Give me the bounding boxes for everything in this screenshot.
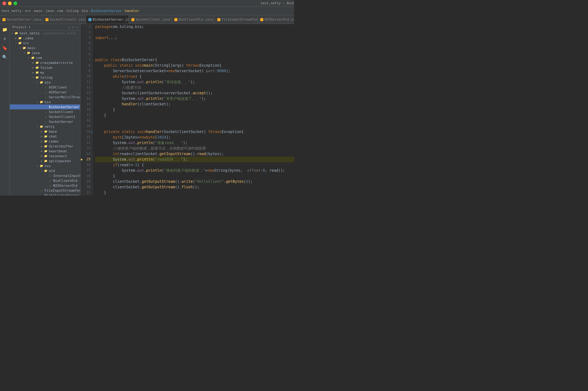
tree-crazymakercircle[interactable]: ▶ 📁 crazymakercircle: [10, 60, 80, 65]
bc-file[interactable]: BioSocketServer: [91, 9, 122, 13]
code-line-19: [95, 123, 294, 129]
code-line-4: [95, 41, 294, 46]
bc-method[interactable]: handler: [125, 9, 139, 13]
tree-my[interactable]: ▶ 📁 my: [10, 70, 80, 75]
tree-directbuffer[interactable]: ▶ 📁 directbuffer: [10, 144, 80, 149]
tree-aioserver[interactable]: ☕ AIOServer: [10, 90, 80, 95]
tree-nioclientold[interactable]: ☕ NioClientOld: [10, 178, 80, 183]
code-line-2: [95, 29, 294, 35]
code-line-30: clientSocket.getOutputStream().flush();: [95, 184, 294, 190]
title-bar: test_netty – BioSocketServer.java: [0, 0, 294, 7]
bookmarks-icon[interactable]: 🔖: [0, 44, 9, 52]
run-marker: @: [91, 129, 93, 135]
tree-idea[interactable]: ▶ 📁 .idea: [10, 36, 80, 41]
tree-codec[interactable]: ▶ 📁 codec: [10, 139, 80, 144]
find-icon[interactable]: 🔍: [0, 53, 9, 61]
tab-nioserverold[interactable]: NIOServerOld.java ×: [258, 15, 294, 24]
tree-aio[interactable]: ▾ 📁 aio: [10, 80, 80, 85]
code-line-24: int read = clientSocket.getInputStream()…: [95, 151, 294, 157]
code-line-13: Socket clientSocket = serverSocket.accep…: [95, 90, 294, 96]
code-line-17: }: [95, 112, 294, 118]
project-icon[interactable]: 📁: [0, 25, 9, 34]
top-toolbar: test_netty › src › main › java › com › t…: [0, 7, 294, 15]
tab-icon-active: [88, 18, 91, 21]
code-content[interactable]: package com.tuling.bio; import ...; publ…: [93, 24, 294, 196]
tab-icon: [131, 18, 134, 21]
maximize-button[interactable]: [13, 1, 17, 5]
tree-socketserver[interactable]: ☕ SocketServer: [10, 119, 80, 124]
window-controls[interactable]: [2, 1, 17, 5]
code-line-10: while (true) {: [95, 74, 294, 79]
editor-area: 1 2 3 4 5 6 7 8 9 10 11 12 13 14 15 16 1…: [80, 24, 294, 196]
tree-tuling[interactable]: ▾ 📁 tuling: [10, 75, 80, 80]
tree-java[interactable]: ▾ 📁 java: [10, 50, 80, 55]
code-line-28: }: [95, 173, 294, 179]
code-line-3: import ...;: [95, 35, 294, 41]
bc-tuling[interactable]: tuling: [66, 9, 78, 13]
project-label: Project ▾: [12, 25, 31, 29]
code-line-16: }: [95, 107, 294, 112]
bc-src[interactable]: src: [25, 9, 31, 13]
bc-project[interactable]: test_netty: [1, 9, 21, 13]
tree-biosocketserver[interactable]: ☕ BioSocketServer: [10, 104, 80, 109]
tree-nioserverold[interactable]: ☕ NIOServerOld: [10, 183, 80, 188]
tree-servermultithread[interactable]: ☕ ServerMultiThread: [10, 95, 80, 99]
tab-biosocketserver[interactable]: BioSocketServer.java ×: [86, 15, 129, 24]
tab-icon: [2, 18, 5, 21]
bc-main[interactable]: main: [34, 9, 42, 13]
code-line-31: }: [95, 190, 294, 195]
tree-fujian[interactable]: ▶ 📁 fujian: [10, 65, 80, 70]
tab-socketclient1[interactable]: SocketClient1.java ×: [43, 15, 86, 24]
bc-bio[interactable]: bio: [82, 9, 88, 13]
tree-internalinputbuffer[interactable]: ☕ InternalInputBuffer: [10, 173, 80, 178]
tree-base[interactable]: ▶ 📁 base: [10, 129, 80, 134]
code-line-21: byte[] bytes = new byte[1024];: [95, 135, 294, 140]
tab-socketclient[interactable]: SocketClient.java ×: [129, 15, 172, 24]
code-line-22: System.out.println("准备read。。");: [95, 140, 294, 146]
tree-reconnect[interactable]: ▶ 📁 reconnect: [10, 154, 80, 159]
tab-icon: [260, 18, 263, 21]
tab-nioclientold[interactable]: NioClientOld.java ×: [172, 15, 215, 24]
tab-fileinputstream[interactable]: FileInputStreamTest.java ×: [215, 15, 258, 24]
minimize-button[interactable]: [8, 1, 12, 5]
bc-com[interactable]: com: [57, 9, 63, 13]
code-editor[interactable]: 1 2 3 4 5 6 7 8 9 10 11 12 13 14 15 16 1…: [80, 24, 294, 196]
window-title: test_netty – BioSocketServer.java: [260, 1, 294, 5]
code-line-20: private static void handler(Socket clien…: [95, 129, 294, 135]
code-line-5: [95, 46, 294, 52]
tree-old[interactable]: ▾ 📁 old: [10, 168, 80, 173]
tree-aioclient[interactable]: ☕ AIOClient: [10, 85, 80, 90]
tree-chat[interactable]: ▶ 📁 chat: [10, 134, 80, 139]
tab-socketserver[interactable]: SocketServer.java ×: [0, 15, 43, 24]
breadcrumb: test_netty › src › main › java › com › t…: [1, 9, 139, 13]
bc-java[interactable]: java: [46, 9, 54, 13]
tree-socketclient1[interactable]: ☕ SocketClient1: [10, 114, 80, 119]
tree-src[interactable]: ▾ 📁 src: [10, 41, 80, 45]
close-button[interactable]: [2, 1, 6, 5]
sidebar-controls[interactable]: ⚙ ≡ ↕: [69, 25, 78, 29]
sidebar-header: Project ▾ ⚙ ≡ ↕: [10, 24, 80, 31]
tree-socketclient[interactable]: ☕ SocketClient: [10, 109, 80, 114]
tree-nio[interactable]: ▾ 📁 nio: [10, 163, 80, 168]
tree-heartbeat[interactable]: ▶ 📁 heartbeat: [10, 149, 80, 154]
tab-icon: [217, 18, 220, 21]
tree-main[interactable]: ▾ 📁 main: [10, 45, 80, 50]
tree-nioselectorserver[interactable]: ☕ NioSelectorServer: [10, 193, 80, 196]
project-sidebar: Project ▾ ⚙ ≡ ↕ ▾ 📁 test_netty ~/github/…: [10, 24, 80, 196]
tree-fileinputstreamtest[interactable]: ☕ FileInputStreamTest: [10, 188, 80, 193]
code-line-11: System.out.println("等待连接。。");: [95, 79, 294, 85]
tab-bar: SocketServer.java × SocketClient1.java ×…: [0, 15, 294, 24]
code-line-9: ServerSocket serverSocket = new ServerSo…: [95, 68, 294, 74]
structure-icon[interactable]: ≡: [0, 34, 9, 43]
code-line-12: //阻塞方法: [95, 85, 294, 90]
tree-com[interactable]: ▾ 📁 com: [10, 55, 80, 60]
tree-splitpacket[interactable]: ▶ 📁 splitpacket: [10, 159, 80, 163]
tree-test-netty[interactable]: ▾ 📁 test_netty ~/github/test_netty: [10, 31, 80, 36]
code-line-15: handler(clientSocket);: [95, 101, 294, 107]
tree-netty[interactable]: ▾ 📁 netty: [10, 124, 80, 129]
tree-bio[interactable]: ▾ 📁 bio: [10, 99, 80, 104]
code-line-23: //接收客户端的数据，阻塞方法，没有数据可读时就阻塞: [95, 146, 294, 151]
code-line-7: public class BioSocketServer {: [95, 57, 294, 63]
code-line-6: [95, 52, 294, 57]
code-line-14: System.out.println("有客户端连接了。。");: [95, 96, 294, 101]
